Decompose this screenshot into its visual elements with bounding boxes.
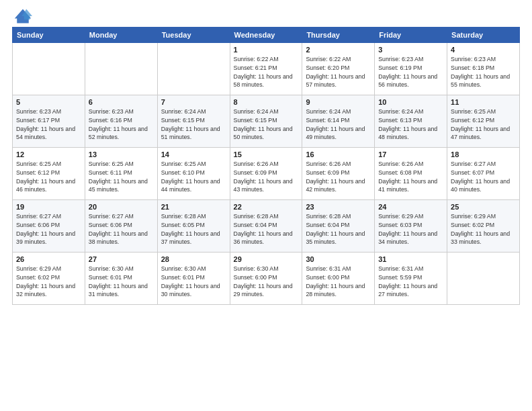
calendar-cell: 21Sunrise: 6:28 AMSunset: 6:05 PMDayligh… — [157, 200, 230, 253]
day-number: 3 — [378, 46, 443, 54]
day-number: 12 — [16, 150, 81, 158]
calendar-cell: 2Sunrise: 6:22 AMSunset: 6:20 PMDaylight… — [302, 43, 375, 95]
day-info: Sunrise: 6:24 AMSunset: 6:14 PMDaylight:… — [306, 107, 371, 142]
day-number: 5 — [16, 98, 81, 106]
calendar-cell: 24Sunrise: 6:29 AMSunset: 6:03 PMDayligh… — [375, 200, 447, 253]
calendar-week-1: 1Sunrise: 6:22 AMSunset: 6:21 PMDaylight… — [13, 43, 520, 95]
day-info: Sunrise: 6:25 AMSunset: 6:10 PMDaylight:… — [161, 160, 226, 194]
calendar-cell: 18Sunrise: 6:27 AMSunset: 6:07 PMDayligh… — [447, 148, 520, 200]
day-number: 25 — [451, 203, 516, 211]
calendar-week-5: 26Sunrise: 6:29 AMSunset: 6:02 PMDayligh… — [13, 253, 520, 305]
header — [12, 7, 520, 23]
calendar-body: 1Sunrise: 6:22 AMSunset: 6:21 PMDaylight… — [13, 43, 520, 305]
day-number: 30 — [306, 255, 371, 263]
calendar-cell: 17Sunrise: 6:26 AMSunset: 6:08 PMDayligh… — [375, 148, 447, 200]
day-number: 6 — [89, 98, 154, 106]
calendar-cell: 16Sunrise: 6:26 AMSunset: 6:09 PMDayligh… — [302, 148, 375, 200]
day-number: 18 — [451, 150, 516, 158]
day-info: Sunrise: 6:29 AMSunset: 6:02 PMDaylight:… — [451, 212, 516, 246]
day-info: Sunrise: 6:30 AMSunset: 6:01 PMDaylight:… — [89, 265, 154, 299]
calendar-cell: 13Sunrise: 6:25 AMSunset: 6:11 PMDayligh… — [85, 148, 157, 200]
calendar-cell: 7Sunrise: 6:24 AMSunset: 6:15 PMDaylight… — [157, 95, 230, 148]
weekday-header-row: SundayMondayTuesdayWednesdayThursdayFrid… — [13, 28, 520, 43]
calendar-cell: 20Sunrise: 6:27 AMSunset: 6:06 PMDayligh… — [85, 200, 157, 253]
calendar-cell: 14Sunrise: 6:25 AMSunset: 6:10 PMDayligh… — [157, 148, 230, 200]
day-info: Sunrise: 6:23 AMSunset: 6:16 PMDaylight:… — [89, 107, 154, 142]
day-info: Sunrise: 6:23 AMSunset: 6:18 PMDaylight:… — [451, 55, 516, 89]
day-info: Sunrise: 6:25 AMSunset: 6:12 PMDaylight:… — [16, 160, 81, 194]
calendar-table: SundayMondayTuesdayWednesdayThursdayFrid… — [12, 27, 520, 305]
calendar-cell: 1Sunrise: 6:22 AMSunset: 6:21 PMDaylight… — [230, 43, 302, 95]
calendar-cell: 31Sunrise: 6:31 AMSunset: 5:59 PMDayligh… — [375, 253, 447, 305]
day-info: Sunrise: 6:27 AMSunset: 6:06 PMDaylight:… — [89, 212, 154, 246]
day-number: 20 — [89, 203, 154, 211]
calendar-cell: 11Sunrise: 6:25 AMSunset: 6:12 PMDayligh… — [447, 95, 520, 148]
day-info: Sunrise: 6:24 AMSunset: 6:15 PMDaylight:… — [234, 107, 299, 142]
day-number: 24 — [378, 203, 443, 211]
day-info: Sunrise: 6:22 AMSunset: 6:21 PMDaylight:… — [234, 55, 299, 89]
day-number: 14 — [161, 150, 226, 158]
calendar-cell: 10Sunrise: 6:24 AMSunset: 6:13 PMDayligh… — [375, 95, 447, 148]
calendar-cell: 25Sunrise: 6:29 AMSunset: 6:02 PMDayligh… — [447, 200, 520, 253]
day-number: 23 — [306, 203, 371, 211]
day-number: 26 — [16, 255, 81, 263]
day-info: Sunrise: 6:28 AMSunset: 6:04 PMDaylight:… — [306, 212, 371, 246]
calendar-cell — [13, 43, 85, 95]
weekday-header-monday: Monday — [85, 28, 157, 43]
day-number: 27 — [89, 255, 154, 263]
calendar-cell: 27Sunrise: 6:30 AMSunset: 6:01 PMDayligh… — [85, 253, 157, 305]
calendar-cell: 8Sunrise: 6:24 AMSunset: 6:15 PMDaylight… — [230, 95, 302, 148]
day-info: Sunrise: 6:22 AMSunset: 6:20 PMDaylight:… — [306, 55, 371, 89]
day-info: Sunrise: 6:27 AMSunset: 6:07 PMDaylight:… — [451, 160, 516, 194]
day-number: 15 — [234, 150, 299, 158]
day-number: 31 — [378, 255, 443, 263]
day-number: 19 — [16, 203, 81, 211]
day-info: Sunrise: 6:27 AMSunset: 6:06 PMDaylight:… — [16, 212, 81, 246]
weekday-header-wednesday: Wednesday — [230, 28, 302, 43]
calendar-cell — [85, 43, 157, 95]
weekday-header-thursday: Thursday — [302, 28, 375, 43]
calendar-cell — [157, 43, 230, 95]
calendar-week-3: 12Sunrise: 6:25 AMSunset: 6:12 PMDayligh… — [13, 148, 520, 200]
day-number: 11 — [451, 98, 516, 106]
day-number: 7 — [161, 98, 226, 106]
calendar-page: SundayMondayTuesdayWednesdayThursdayFrid… — [0, 0, 532, 411]
day-number: 16 — [306, 150, 371, 158]
day-number: 9 — [306, 98, 371, 106]
day-info: Sunrise: 6:28 AMSunset: 6:05 PMDaylight:… — [161, 212, 226, 246]
day-number: 13 — [89, 150, 154, 158]
day-number: 28 — [161, 255, 226, 263]
weekday-header-friday: Friday — [375, 28, 447, 43]
day-info: Sunrise: 6:28 AMSunset: 6:04 PMDaylight:… — [234, 212, 299, 246]
weekday-header-tuesday: Tuesday — [157, 28, 230, 43]
day-info: Sunrise: 6:30 AMSunset: 6:01 PMDaylight:… — [161, 265, 226, 299]
logo — [12, 7, 32, 23]
day-info: Sunrise: 6:31 AMSunset: 6:00 PMDaylight:… — [306, 265, 371, 299]
day-number: 10 — [378, 98, 443, 106]
day-number: 17 — [378, 150, 443, 158]
calendar-cell: 30Sunrise: 6:31 AMSunset: 6:00 PMDayligh… — [302, 253, 375, 305]
calendar-cell: 12Sunrise: 6:25 AMSunset: 6:12 PMDayligh… — [13, 148, 85, 200]
day-number: 2 — [306, 46, 371, 54]
day-number: 8 — [234, 98, 299, 106]
calendar-cell: 6Sunrise: 6:23 AMSunset: 6:16 PMDaylight… — [85, 95, 157, 148]
calendar-cell: 5Sunrise: 6:23 AMSunset: 6:17 PMDaylight… — [13, 95, 85, 148]
day-info: Sunrise: 6:26 AMSunset: 6:09 PMDaylight:… — [234, 160, 299, 194]
calendar-cell: 9Sunrise: 6:24 AMSunset: 6:14 PMDaylight… — [302, 95, 375, 148]
calendar-cell: 15Sunrise: 6:26 AMSunset: 6:09 PMDayligh… — [230, 148, 302, 200]
day-info: Sunrise: 6:31 AMSunset: 5:59 PMDaylight:… — [378, 265, 443, 299]
day-number: 1 — [234, 46, 299, 54]
weekday-header-saturday: Saturday — [447, 28, 520, 43]
calendar-cell: 29Sunrise: 6:30 AMSunset: 6:00 PMDayligh… — [230, 253, 302, 305]
weekday-header-sunday: Sunday — [13, 28, 85, 43]
day-info: Sunrise: 6:30 AMSunset: 6:00 PMDaylight:… — [234, 265, 299, 299]
day-info: Sunrise: 6:25 AMSunset: 6:11 PMDaylight:… — [89, 160, 154, 194]
day-info: Sunrise: 6:24 AMSunset: 6:13 PMDaylight:… — [378, 107, 443, 142]
day-number: 29 — [234, 255, 299, 263]
calendar-cell: 23Sunrise: 6:28 AMSunset: 6:04 PMDayligh… — [302, 200, 375, 253]
calendar-cell: 19Sunrise: 6:27 AMSunset: 6:06 PMDayligh… — [13, 200, 85, 253]
calendar-week-4: 19Sunrise: 6:27 AMSunset: 6:06 PMDayligh… — [13, 200, 520, 253]
calendar-cell: 28Sunrise: 6:30 AMSunset: 6:01 PMDayligh… — [157, 253, 230, 305]
calendar-cell: 26Sunrise: 6:29 AMSunset: 6:02 PMDayligh… — [13, 253, 85, 305]
day-info: Sunrise: 6:24 AMSunset: 6:15 PMDaylight:… — [161, 107, 226, 142]
